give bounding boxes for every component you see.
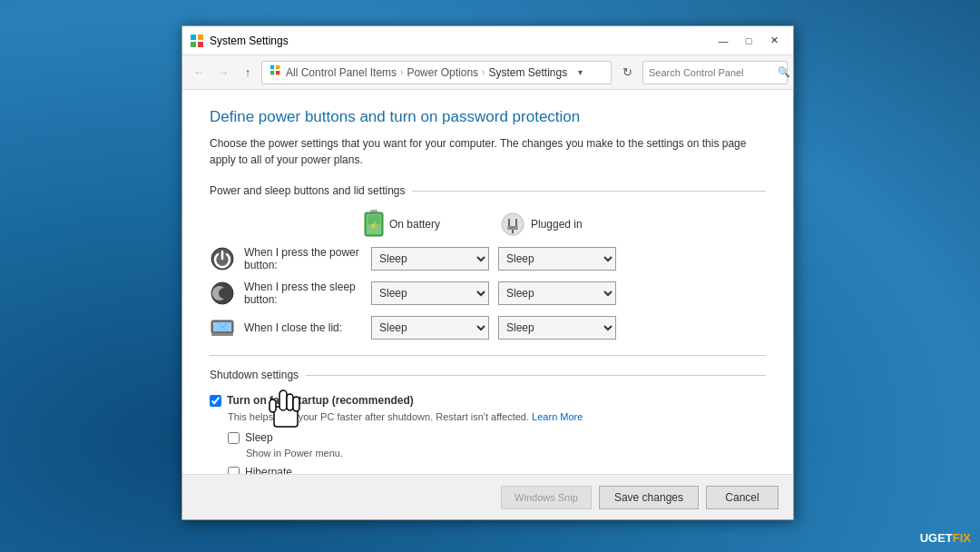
section2-header: Shutdown settings bbox=[210, 369, 766, 381]
window-icon bbox=[190, 34, 204, 48]
svg-rect-5 bbox=[276, 65, 279, 69]
forward-button[interactable]: → bbox=[212, 62, 234, 84]
page-description: Choose the power settings that you want … bbox=[210, 135, 766, 168]
sleep-sub-label: Sleep bbox=[245, 431, 273, 444]
learn-more-link[interactable]: Learn More bbox=[532, 411, 583, 422]
lid-label: When I close the lid: bbox=[244, 321, 362, 334]
power-button-on-battery-select[interactable]: Sleep Do nothing Hibernate Shut down bbox=[371, 247, 489, 271]
svg-rect-23 bbox=[211, 333, 233, 336]
section1-header: Power and sleep buttons and lid settings bbox=[210, 184, 766, 197]
svg-rect-1 bbox=[198, 34, 203, 40]
search-icon[interactable]: 🔍 bbox=[778, 66, 790, 78]
sleep-sub-row: Sleep bbox=[228, 431, 766, 444]
close-button[interactable]: ✕ bbox=[762, 32, 786, 50]
section-divider bbox=[210, 355, 766, 356]
sleep-button-label: When I press the sleep button: bbox=[244, 281, 362, 306]
svg-rect-6 bbox=[270, 71, 274, 74]
sleep-sub-desc: Show in Power menu. bbox=[246, 448, 766, 458]
svg-rect-0 bbox=[191, 34, 196, 40]
window-title: System Settings bbox=[210, 34, 711, 47]
lid-row: When I close the lid: Sleep Do nothing H… bbox=[210, 315, 766, 340]
hibernate-sub-label: Hibernate bbox=[245, 466, 292, 474]
window-controls: — □ ✕ bbox=[711, 32, 786, 50]
lid-on-battery-select[interactable]: Sleep Do nothing Hibernate Shut down bbox=[371, 316, 489, 340]
windows-snip-button: Windows Snip bbox=[501, 486, 592, 509]
hibernate-sub-row: Hibernate bbox=[228, 466, 766, 474]
fast-startup-label: Turn on fast startup (recommended) bbox=[227, 394, 414, 407]
battery-icon: ⚡ bbox=[364, 210, 384, 239]
footer: Windows Snip Save changes Cancel bbox=[182, 474, 793, 519]
sleep-button-icon bbox=[210, 281, 235, 306]
back-button[interactable]: ← bbox=[188, 62, 210, 84]
sleep-button-row: When I press the sleep button: Sleep Do … bbox=[210, 281, 766, 306]
column-headers: ⚡ On battery Plugged in bbox=[364, 210, 766, 239]
system-settings-window: System Settings — □ ✕ ← → ↑ All Control … bbox=[181, 25, 794, 520]
fast-startup-checkbox[interactable] bbox=[210, 395, 221, 407]
nav-bar: ← → ↑ All Control Panel Items › Power Op… bbox=[182, 55, 793, 90]
sleep-button-plugged-in-select[interactable]: Sleep Do nothing Hibernate bbox=[498, 281, 616, 305]
title-bar: System Settings — □ ✕ bbox=[182, 26, 793, 55]
save-changes-button[interactable]: Save changes bbox=[599, 486, 699, 509]
search-input[interactable] bbox=[649, 67, 774, 78]
svg-rect-2 bbox=[191, 42, 196, 47]
watermark: UGETFIX bbox=[920, 531, 971, 545]
power-button-icon bbox=[210, 246, 235, 271]
breadcrumb-icon bbox=[270, 64, 282, 80]
col-plugged-in-label: Plugged in bbox=[531, 218, 583, 231]
svg-rect-4 bbox=[270, 65, 274, 69]
svg-rect-3 bbox=[198, 42, 203, 47]
fast-startup-desc: This helps start your PC faster after sh… bbox=[228, 410, 766, 424]
breadcrumb-power-options[interactable]: Power Options bbox=[407, 66, 478, 79]
refresh-button[interactable]: ↻ bbox=[614, 61, 640, 84]
cancel-button[interactable]: Cancel bbox=[706, 486, 779, 509]
power-button-row: When I press the power button: Sleep Do … bbox=[210, 246, 766, 271]
svg-rect-16 bbox=[507, 226, 518, 230]
breadcrumb-bar: All Control Panel Items › Power Options … bbox=[261, 61, 612, 84]
col-on-battery-label: On battery bbox=[389, 218, 440, 231]
up-button[interactable]: ↑ bbox=[237, 62, 259, 84]
plugged-in-icon bbox=[500, 212, 525, 237]
svg-rect-7 bbox=[276, 71, 279, 74]
sleep-sub-checkbox[interactable] bbox=[228, 432, 240, 444]
lid-plugged-in-select[interactable]: Sleep Do nothing Hibernate Shut down bbox=[498, 316, 616, 340]
svg-text:⚡: ⚡ bbox=[369, 221, 378, 230]
sleep-button-on-battery-select[interactable]: Sleep Do nothing Hibernate bbox=[371, 281, 489, 305]
power-button-label: When I press the power button: bbox=[244, 246, 362, 271]
maximize-button[interactable]: □ bbox=[737, 32, 760, 50]
fast-startup-section: Turn on fast startup (recommended) This … bbox=[210, 394, 766, 424]
col-on-battery: ⚡ On battery bbox=[364, 210, 491, 239]
breadcrumb-all-control-panel[interactable]: All Control Panel Items bbox=[286, 66, 397, 79]
power-button-plugged-in-select[interactable]: Sleep Do nothing Hibernate Shut down bbox=[498, 247, 616, 271]
content-area: Define power buttons and turn on passwor… bbox=[182, 90, 793, 474]
hibernate-sub-checkbox[interactable] bbox=[228, 467, 240, 474]
minimize-button[interactable]: — bbox=[711, 32, 735, 50]
breadcrumb-current: System Settings bbox=[488, 66, 567, 79]
col-plugged-in: Plugged in bbox=[500, 210, 627, 239]
lid-icon bbox=[210, 315, 235, 340]
search-box: 🔍 bbox=[642, 61, 788, 84]
breadcrumb-dropdown[interactable]: ▾ bbox=[571, 61, 589, 84]
fast-startup-row: Turn on fast startup (recommended) bbox=[210, 394, 766, 407]
page-title: Define power buttons and turn on passwor… bbox=[210, 108, 766, 126]
